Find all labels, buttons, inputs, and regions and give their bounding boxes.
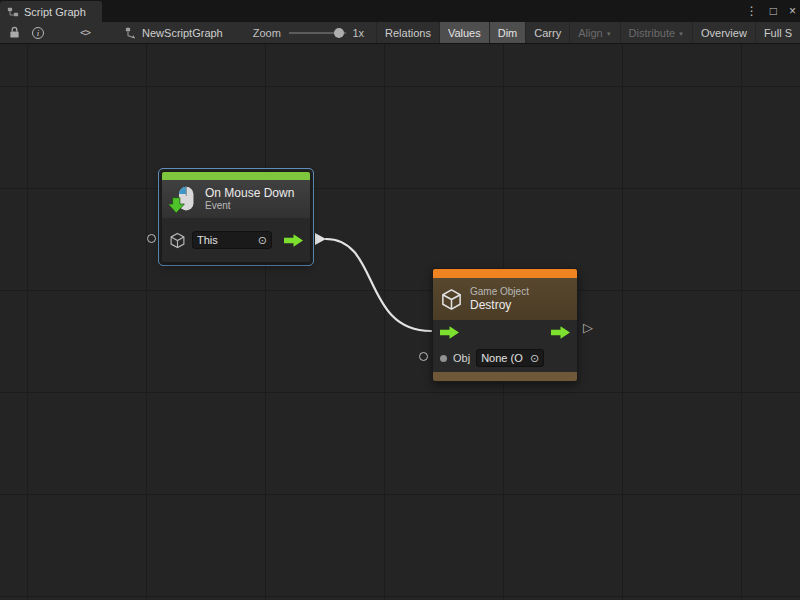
destroy-accent-bar	[433, 269, 577, 278]
lock-icon	[9, 26, 20, 39]
zoom-value: 1x	[352, 27, 364, 39]
menu-icon[interactable]: ⋮	[746, 5, 758, 17]
game-object-cube-icon	[440, 288, 463, 311]
toolbar-button-carry[interactable]: Carry	[525, 22, 569, 44]
tab-script-graph[interactable]: Script Graph	[0, 1, 102, 22]
zoom-label: Zoom	[253, 27, 281, 39]
info-icon: i	[32, 27, 44, 39]
destroy-param-row: Obj None (O ⊙	[433, 344, 577, 372]
graph-icon	[125, 27, 137, 39]
info-button[interactable]: i	[27, 22, 49, 44]
code-view-button[interactable]: <>	[75, 22, 95, 44]
event-node-title: On Mouse Down	[205, 186, 294, 200]
flow-input-arrow-icon[interactable]	[440, 326, 459, 339]
tab-title: Script Graph	[24, 6, 86, 18]
destroy-node-titles: Game Object Destroy	[470, 286, 529, 312]
event-node-header[interactable]: On Mouse Down Event	[162, 180, 310, 218]
game-object-cube-icon	[169, 232, 186, 249]
zoom-slider[interactable]	[289, 27, 347, 39]
code-icon: <>	[80, 27, 90, 38]
event-target-value: This	[197, 234, 255, 246]
destroy-node-category: Game Object	[470, 286, 529, 298]
event-accent-bar	[162, 172, 310, 180]
toolbar-button-overview[interactable]: Overview	[692, 22, 755, 44]
destroy-node-body: Obj None (O ⊙	[433, 320, 577, 372]
destroy-node-title: Destroy	[470, 298, 529, 312]
toolbar-button-dim[interactable]: Dim	[489, 22, 526, 44]
mouse-down-icon	[169, 185, 198, 214]
node-on-mouse-down[interactable]: On Mouse Down Event This ⊙	[161, 171, 311, 263]
event-node-body: This ⊙	[162, 218, 310, 262]
maximize-icon[interactable]: □	[770, 5, 777, 17]
graph-name: NewScriptGraph	[142, 27, 223, 39]
chevron-down-icon: ▼	[678, 31, 684, 37]
flow-output-unconnected-port[interactable]: ▷	[583, 321, 593, 334]
event-node-subtitle: Event	[205, 200, 294, 212]
event-node-row: This ⊙	[162, 218, 310, 262]
graph-canvas[interactable]: On Mouse Down Event This ⊙	[0, 44, 800, 600]
value-port-dot-icon[interactable]	[440, 355, 447, 362]
destroy-param-label: Obj	[453, 352, 470, 364]
close-icon[interactable]: ×	[789, 5, 796, 17]
event-node-titles: On Mouse Down Event	[205, 186, 294, 212]
toolbar-button-relations[interactable]: Relations	[376, 22, 439, 44]
toolbar-button-align[interactable]: Align ▼	[569, 22, 619, 44]
flow-output-arrow-icon[interactable]	[284, 234, 303, 247]
toolbar: i <> NewScriptGraph Zoom 1x Relations Va…	[0, 22, 800, 44]
flow-output-arrow-icon[interactable]	[551, 326, 570, 339]
node-destroy[interactable]: Game Object Destroy Obj No	[432, 268, 578, 382]
unity-script-graph-window: Script Graph ⋮ □ × i <> NewScri	[0, 0, 800, 600]
object-picker-icon[interactable]: ⊙	[530, 352, 539, 365]
toolbar-button-fullscreen[interactable]: Full S	[755, 22, 800, 44]
destroy-node-header[interactable]: Game Object Destroy	[433, 278, 577, 320]
graph-breadcrumb[interactable]: NewScriptGraph	[125, 27, 223, 39]
object-picker-icon[interactable]: ⊙	[258, 234, 267, 247]
connection-wire[interactable]	[0, 44, 800, 600]
toolbar-buttons: Relations Values Dim Carry Align ▼ Distr…	[376, 22, 800, 44]
destroy-flow-row	[433, 320, 577, 344]
chevron-down-icon: ▼	[606, 31, 612, 37]
destroy-footer-bar	[433, 372, 577, 381]
event-node-selection: On Mouse Down Event This ⊙	[158, 168, 314, 266]
destroy-obj-value: None (O	[481, 352, 527, 364]
window-controls: ⋮ □ ×	[746, 0, 796, 22]
destroy-obj-dropdown[interactable]: None (O ⊙	[476, 349, 544, 367]
event-target-input-port[interactable]	[147, 234, 156, 243]
titlebar: Script Graph ⋮ □ ×	[0, 0, 800, 22]
event-target-dropdown[interactable]: This ⊙	[192, 231, 272, 249]
destroy-obj-input-port[interactable]	[419, 352, 428, 361]
toolbar-button-values[interactable]: Values	[439, 22, 489, 44]
toolbar-button-distribute[interactable]: Distribute ▼	[620, 22, 692, 44]
lock-button[interactable]	[4, 22, 25, 44]
zoom-slider-handle[interactable]	[334, 28, 344, 38]
script-graph-icon	[7, 6, 19, 18]
